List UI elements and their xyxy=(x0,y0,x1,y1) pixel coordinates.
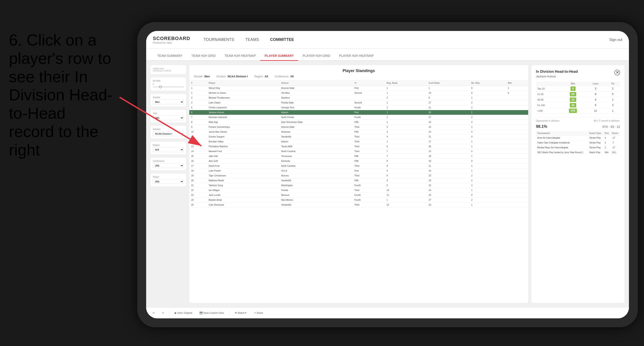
cell-conf-rank: 18 xyxy=(427,154,470,159)
gender-select[interactable]: Men xyxy=(153,100,184,104)
cell-conf-rank: 19 xyxy=(427,91,470,96)
table-row[interactable]: 14 Maxwell Ford North Carolina Third 7 2… xyxy=(189,149,528,154)
cell-school: Vanderbilt xyxy=(280,178,352,183)
cell-conf-rank: 23 xyxy=(427,173,470,178)
cell-player: Wenyi Ding xyxy=(207,86,279,91)
table-row[interactable]: 3 Michael Thorbjornsen Stanford 2 8 1 xyxy=(189,96,528,100)
table-row[interactable]: 2 Michael La Sasso Ole Miss Second 1 19 … xyxy=(189,91,528,96)
h2h-tie: 1 xyxy=(606,97,620,103)
cell-rds: 2 xyxy=(470,115,506,120)
cell-rank: 9 xyxy=(189,125,207,130)
table-row[interactable]: 22 Ian Gilligan Florida Third 10 24 1 xyxy=(189,188,528,193)
nav-teams[interactable]: TEAMS xyxy=(246,36,259,44)
cell-player: Alex Guff xyxy=(207,159,279,164)
col-no-rds: No. Rds. xyxy=(470,80,506,86)
table-row[interactable]: 12 Brendan Valles Auburn Third 1 17 1 xyxy=(189,139,528,144)
cell-yr: Fifth xyxy=(352,154,385,159)
conference-label: Conference xyxy=(153,160,184,162)
table-row[interactable]: 20 Matthew Riedel Vanderbilt Fifth 9 24 … xyxy=(189,178,528,183)
table-row[interactable]: 18 Luke Powell UCLA First 6 24 1 xyxy=(189,169,528,173)
table-row[interactable]: 25 Cole Sherwood Vanderbilt Third 12 23 … xyxy=(189,202,528,207)
region-select[interactable]: N/A xyxy=(153,147,184,152)
cell-win xyxy=(506,125,528,130)
cell-school: North Carolina xyxy=(280,149,352,154)
year-select[interactable]: (All) xyxy=(153,115,184,120)
share-button[interactable]: ↗ Share xyxy=(252,310,265,316)
cell-school: Ole Miss xyxy=(280,91,352,96)
table-row[interactable]: 21 Taehoon Song Washington Fourth 6 23 2 xyxy=(189,183,528,188)
t-pos: Win xyxy=(604,150,611,155)
t-score: -7 xyxy=(610,140,620,145)
t-col-name: Tournament xyxy=(536,131,588,136)
sub-nav-team-h2h-grid[interactable]: TEAM H2H GRID xyxy=(187,54,220,61)
opponents-wlt: 674 - 33 - 12 xyxy=(602,125,620,129)
cell-reg-rank: 3 xyxy=(385,125,427,130)
table-row[interactable]: 23 Jack Lundin Missouri Fourth 11 24 0 xyxy=(189,193,528,198)
table-row[interactable]: 16 Alex Guff Kentucky Fifth 8 19 0 xyxy=(189,159,528,164)
table-row[interactable]: 13 Phichaksn Maichon Texas A&M Third 6 3… xyxy=(189,144,528,149)
cell-school: Missouri xyxy=(280,193,352,198)
cell-rank: 25 xyxy=(189,202,207,207)
h2h-row: 51-100 46 6 3 xyxy=(536,103,620,108)
table-row[interactable]: 8 Mats Ege East Tennessee State Fifth 1 … xyxy=(189,120,528,125)
cell-conf-rank: 24 xyxy=(427,178,470,183)
cell-school: UCLA xyxy=(280,169,352,173)
opponents-label: Opponents in division: xyxy=(536,119,560,122)
table-row[interactable]: 10 Jacob Mau Olesen Arkansas Fifth 4 23 … xyxy=(189,130,528,134)
slider-thumb[interactable] xyxy=(159,86,162,88)
nav-tournaments[interactable]: TOURNAMENTS xyxy=(204,36,234,44)
table-row[interactable]: 17 David Ford North Carolina Third 8 21 … xyxy=(189,164,528,169)
cell-rds: 2 xyxy=(470,178,506,183)
no-rds-slider[interactable] xyxy=(153,86,184,87)
col-school: School xyxy=(280,80,352,86)
h2h-win: 46 xyxy=(560,103,586,108)
conference-select[interactable]: (All) xyxy=(153,163,184,168)
table-row[interactable]: 24 Bastien Amat New Mexico Fourth 1 27 2 xyxy=(189,198,528,202)
cell-player: Taehoon Song xyxy=(207,183,279,188)
cell-conf-rank: 19 xyxy=(427,159,470,164)
table-row[interactable]: 15 Jake Hall Tennessee Fifth 7 18 1 xyxy=(189,154,528,159)
table-row[interactable]: 19 Tiger Christensen Arizona Third 8 23 … xyxy=(189,173,528,178)
h2h-close-button[interactable]: ✕ xyxy=(614,70,620,75)
gender-label: Gender xyxy=(153,96,184,99)
undo-button[interactable]: ↩ xyxy=(150,310,156,316)
cell-yr: First xyxy=(352,169,385,173)
h2h-loss: 9 xyxy=(586,92,606,97)
sub-nav-player-summary[interactable]: PLAYER SUMMARY xyxy=(260,54,298,61)
table-row[interactable]: 4 Luke Claton Florida State Second 1 27 … xyxy=(189,100,528,105)
cell-school: Tennessee xyxy=(280,154,352,159)
h2h-loss: 11 xyxy=(586,108,606,114)
sub-nav-team-h2h-heatmap[interactable]: TEAM H2H HEATMAP xyxy=(220,54,260,61)
standings-filters: Gender: Men Division: NCAA Division I Re… xyxy=(194,75,524,78)
opponents-wlt-label: W-L-T record in-division: xyxy=(594,119,620,122)
watch-button[interactable]: 👁 Watch ▾ xyxy=(233,310,249,316)
cell-win xyxy=(506,139,528,144)
table-row[interactable]: 5 Christo Lamprecht Georgia Tech Fourth … xyxy=(189,105,528,110)
sub-nav-player-h2h-grid[interactable]: PLAYER H2H GRID xyxy=(298,54,334,61)
redo-button[interactable]: ↪ xyxy=(160,310,166,316)
cell-reg-rank: 1 xyxy=(385,110,427,115)
cell-player: Christo Lamprecht xyxy=(207,105,279,110)
view-original-button[interactable]: ▶ View: Original xyxy=(173,310,194,316)
table-row[interactable]: 6 Jackson Koivun Auburn First 1 20 1 xyxy=(189,110,528,115)
division-select[interactable]: NCAA Division I xyxy=(153,131,184,136)
save-custom-view-button[interactable]: 💾 Save Custom View xyxy=(198,310,226,316)
table-row[interactable]: 11 Gordon Sargent Vanderbilt Third 4 21 … xyxy=(189,134,528,139)
cell-rds: 8 xyxy=(470,86,506,91)
h2h-loss: 3 xyxy=(586,86,606,92)
nav-committee[interactable]: COMMITTEE xyxy=(270,36,294,44)
cell-school: Auburn xyxy=(280,139,352,144)
cell-player: Ian Gilligan xyxy=(207,188,279,193)
player-select[interactable]: (All) xyxy=(153,179,184,184)
cell-player: Bastien Amat xyxy=(207,198,279,202)
tournament-table: Tournament Event Type Pos Score Amer Ari… xyxy=(536,131,620,155)
sign-out-button[interactable]: Sign out xyxy=(609,38,622,42)
table-row[interactable]: 9 Preston Summerhays Arizona State Third… xyxy=(189,125,528,130)
table-row[interactable]: 1 Wenyi Ding Arizona State First 1 1 8 1 xyxy=(189,86,528,91)
sub-nav-team-summary[interactable]: TEAM SUMMARY xyxy=(153,54,187,61)
sub-nav-player-h2h-heatmap[interactable]: PLAYER H2H HEATMAP xyxy=(334,54,378,61)
cell-rank: 7 xyxy=(189,115,207,120)
cell-rds: 1 xyxy=(470,202,506,207)
table-row[interactable]: 7 Nicholas Gabrelcik North Florida Fourt… xyxy=(189,115,528,120)
cell-yr: Third xyxy=(352,139,385,144)
